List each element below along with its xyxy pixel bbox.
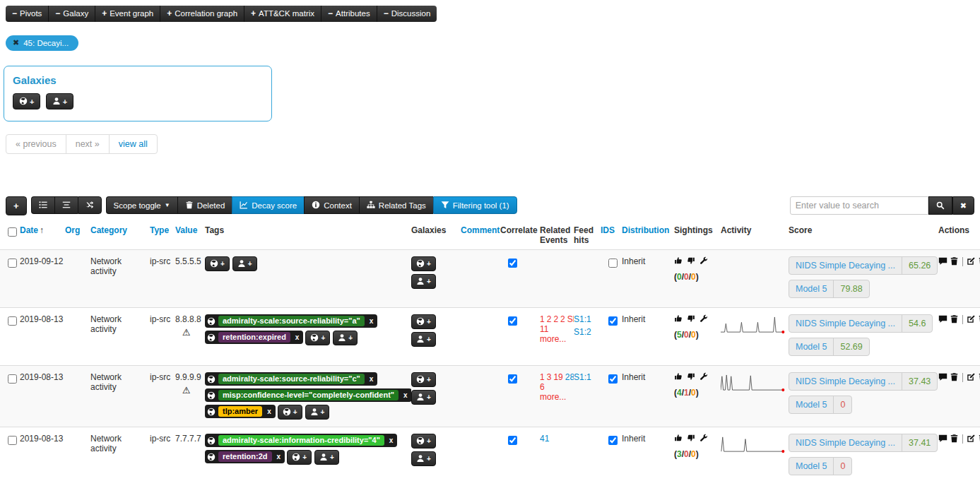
thumbs-up-icon[interactable] <box>674 372 683 382</box>
nav-tab-attributes[interactable]: −Attributes <box>321 6 377 22</box>
next-page-button[interactable]: next » <box>66 134 110 154</box>
tag-label[interactable]: retention:expired <box>218 332 290 343</box>
ids-checkbox[interactable] <box>608 259 618 268</box>
feed-hit-link[interactable]: S1:1 <box>574 314 599 324</box>
add-galaxy-button[interactable]: + <box>411 314 436 329</box>
delete-action-icon[interactable] <box>950 373 961 383</box>
feed-hit-link[interactable]: S1:1 <box>574 372 599 382</box>
correlate-checkbox[interactable] <box>508 374 517 384</box>
thumbs-up-icon[interactable] <box>674 256 683 266</box>
wrench-icon[interactable] <box>699 314 708 324</box>
add-galaxy-button[interactable]: + <box>13 93 40 109</box>
related-event-link[interactable]: 2 <box>560 314 565 324</box>
column-header-category[interactable]: Category <box>90 219 150 250</box>
row-select-checkbox[interactable] <box>8 259 17 268</box>
add-local-galaxy-button[interactable]: + <box>411 274 436 289</box>
add-galaxy-button[interactable]: + <box>305 331 330 345</box>
comment-action-icon[interactable] <box>938 373 950 383</box>
related-event-link[interactable]: 28 <box>565 372 574 382</box>
add-local-tag-button[interactable]: + <box>232 256 257 271</box>
comment-action-icon[interactable] <box>938 315 950 325</box>
add-galaxy-button[interactable]: + <box>278 405 302 420</box>
remove-tag-icon[interactable]: x <box>387 437 396 444</box>
tag-label[interactable]: retention:2d <box>218 451 272 462</box>
column-header-org[interactable]: Org <box>65 219 90 250</box>
related-event-link[interactable]: 2 <box>547 314 552 324</box>
ids-checkbox[interactable] <box>608 436 618 445</box>
column-header-value[interactable]: Value <box>175 219 205 250</box>
search-input[interactable] <box>790 196 928 215</box>
thumbs-down-icon[interactable] <box>687 372 695 382</box>
delete-action-icon[interactable] <box>950 434 961 444</box>
thumbs-down-icon[interactable] <box>687 256 695 266</box>
column-header-type[interactable]: Type <box>150 219 175 250</box>
column-header-distribution[interactable]: Distribution <box>622 219 674 250</box>
add-galaxy-button[interactable]: + <box>287 450 312 465</box>
globe-icon[interactable] <box>207 391 216 400</box>
delete-action-icon[interactable] <box>950 257 961 267</box>
scope-toggle-button[interactable]: Scope toggle ▼ <box>106 196 177 214</box>
previous-page-button[interactable]: « previous <box>6 134 66 154</box>
add-local-galaxy-button[interactable]: + <box>411 390 436 405</box>
row-select-checkbox[interactable] <box>8 374 17 384</box>
correlate-checkbox[interactable] <box>508 259 517 268</box>
comment-action-icon[interactable] <box>938 434 950 444</box>
remove-tag-icon[interactable]: x <box>367 317 376 325</box>
filtering-tool-button[interactable]: Filtering tool (1) <box>433 196 517 214</box>
edit-action-icon[interactable] <box>967 434 978 444</box>
feed-hit-link[interactable]: S1:2 <box>574 327 599 337</box>
add-local-galaxy-button[interactable]: + <box>411 451 436 466</box>
row-select-checkbox[interactable] <box>8 316 17 326</box>
related-event-link[interactable]: 1 <box>540 372 545 382</box>
globe-icon[interactable] <box>207 375 216 384</box>
correlate-checkbox[interactable] <box>508 436 517 445</box>
wrench-icon[interactable] <box>699 372 708 382</box>
comment-action-icon[interactable] <box>938 257 950 267</box>
column-header-date[interactable]: Date↑ <box>20 219 65 250</box>
list-view-button[interactable] <box>31 196 54 214</box>
add-local-tag-button[interactable]: + <box>333 331 358 345</box>
tag-label[interactable]: admiralty-scale:source-reliability="a" <box>218 316 365 326</box>
ids-checkbox[interactable] <box>608 316 618 326</box>
nav-tab-att-ck-matrix[interactable]: +ATT&CK matrix <box>244 6 321 22</box>
search-button[interactable] <box>928 196 952 215</box>
thumbs-up-icon[interactable] <box>674 434 683 444</box>
wrench-icon[interactable] <box>699 434 708 444</box>
add-local-tag-button[interactable]: + <box>314 450 339 465</box>
nav-tab-discussion[interactable]: −Discussion <box>377 6 437 22</box>
globe-icon[interactable] <box>207 437 216 445</box>
globe-icon[interactable] <box>207 333 216 342</box>
decay-score-button[interactable]: Decay score <box>232 196 304 214</box>
add-local-galaxy-button[interactable]: + <box>46 93 73 109</box>
thumbs-down-icon[interactable] <box>687 314 695 324</box>
tag-label[interactable]: misp:confidence-level="completely-confid… <box>218 390 399 400</box>
add-galaxy-button[interactable]: + <box>411 434 436 449</box>
nav-tab-galaxy[interactable]: −Galaxy <box>49 6 95 22</box>
column-header-comment[interactable]: Comment <box>461 219 500 250</box>
correlate-checkbox[interactable] <box>508 316 517 326</box>
row-select-checkbox[interactable] <box>8 436 17 445</box>
nav-tab-event-graph[interactable]: +Event graph <box>95 6 160 22</box>
add-attribute-button[interactable]: + <box>6 196 27 215</box>
decay-filter-pill[interactable]: ✖ 45: Decayi... <box>6 35 78 51</box>
globe-icon[interactable] <box>207 317 216 326</box>
edit-action-icon[interactable] <box>967 373 978 383</box>
remove-tag-icon[interactable]: x <box>367 375 376 383</box>
remove-filter-icon[interactable]: ✖ <box>13 38 19 47</box>
add-local-galaxy-button[interactable]: + <box>411 332 436 347</box>
thumbs-up-icon[interactable] <box>674 314 683 324</box>
add-local-tag-button[interactable]: + <box>305 405 330 420</box>
wrench-icon[interactable] <box>699 256 708 266</box>
edit-action-icon[interactable] <box>967 315 978 325</box>
related-event-link[interactable]: 1 <box>540 314 545 324</box>
column-header-ids[interactable]: IDS <box>601 219 622 250</box>
delete-action-icon[interactable] <box>950 315 961 325</box>
select-all-checkbox[interactable] <box>8 227 17 237</box>
clear-search-button[interactable]: ✖ <box>952 196 974 215</box>
tag-label[interactable]: admiralty-scale:source-reliability="c" <box>218 374 365 384</box>
add-galaxy-button[interactable]: + <box>411 256 436 271</box>
view-all-button[interactable]: view all <box>109 134 158 154</box>
add-galaxy-button[interactable]: + <box>411 372 436 387</box>
context-button[interactable]: Context <box>304 196 359 214</box>
related-event-link[interactable]: 3 <box>547 372 552 382</box>
